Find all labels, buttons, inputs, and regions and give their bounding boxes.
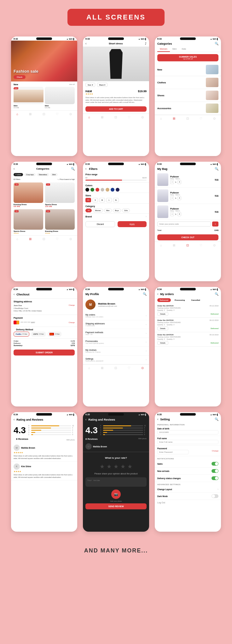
nav-home[interactable]: ⌂ [88,366,90,370]
filters-button[interactable]: ⊟ Filters [14,178,20,180]
nav-bag[interactable]: ⊡ [114,366,117,370]
star-3[interactable]: ★ [113,463,119,470]
color-black[interactable] [85,188,89,192]
nav-home[interactable]: ⌂ [160,117,162,120]
search-icon[interactable]: 🔍 [215,417,218,421]
tab-cancelled[interactable]: Cancelled [188,298,202,302]
view-all[interactable]: view all [69,83,75,86]
fedex-option[interactable]: FedEx 4-5 days [14,332,29,337]
nav-bag-icon[interactable]: ⊡ [43,112,45,116]
size-select[interactable]: Size ▾ [85,83,95,87]
search-icon[interactable]: 🔍 [143,292,147,296]
nav-heart[interactable]: ♡ [200,117,202,120]
menu-reviews[interactable]: My reviews Reviews for 4 items › [83,347,149,356]
menu-my-orders[interactable]: My orders Already have 12 orders › [83,311,149,320]
back-button[interactable]: ‹ [85,167,86,171]
cat-girls[interactable]: Girls [122,209,130,212]
nav-grid-icon[interactable]: ⊞ [29,112,32,116]
tab-processing[interactable]: Processing [172,298,187,302]
qty-decrease[interactable]: − [170,196,174,200]
share-icon[interactable]: ⤴ [145,42,147,45]
back-button[interactable]: ‹ [14,418,14,421]
chip-tshirts[interactable]: T-shirts [14,173,23,176]
size-xs[interactable]: XS [85,198,91,202]
qty-increase[interactable]: + [177,196,181,200]
nav-bag[interactable]: ⊡ [186,117,189,120]
size-xl[interactable]: XL [113,198,119,202]
discard-button[interactable]: Discard [85,221,115,227]
change-layout-row[interactable]: Change Layout › [155,486,221,493]
nav-heart[interactable]: ♡ [200,244,202,247]
search-icon[interactable]: 🔍 [71,167,75,171]
details-button[interactable]: Details [157,312,168,316]
cat-all[interactable]: All [85,209,92,212]
menu-promo[interactable]: Promocodes You have special promo › [83,338,149,347]
menu-shipping[interactable]: Shipping addresses 3 addresses › [83,320,149,329]
nav-home[interactable]: ⌂ [160,244,162,247]
chevron-right-icon[interactable]: › [146,215,147,218]
change-payment-button[interactable]: Change [69,322,75,323]
category-new[interactable]: New [155,63,221,76]
qty-decrease[interactable]: − [170,180,174,184]
add-photo-button[interactable]: 📷 [111,490,121,499]
checkout-button[interactable]: CHECK OUT [157,234,218,240]
logout-button[interactable]: Log Out [155,500,221,505]
promo-submit-button[interactable]: › [212,221,218,227]
size-m[interactable]: M [99,198,105,202]
add-to-cart-button[interactable]: ADD TO CART [85,106,147,112]
details-button[interactable]: Details [157,341,168,345]
star-5[interactable]: ★ [127,463,132,470]
check-button[interactable]: Check [14,75,26,79]
promo-input[interactable] [157,221,211,227]
list-item[interactable]: -8% Evening Dress ★★★★ [45,209,75,234]
nav-user-icon[interactable]: ⊙ [69,112,72,116]
size-l[interactable]: L [106,198,112,202]
apply-button[interactable]: Apply [118,221,147,227]
color-green[interactable] [90,188,94,192]
menu-payment[interactable]: Payment methods Visa **34 › [83,329,149,338]
tab-women[interactable]: Women [157,47,170,52]
qty-increase[interactable]: + [177,180,181,184]
submit-order-button[interactable]: SUBMIT ORDER [14,350,75,356]
back-button[interactable]: ‹ [157,292,158,296]
nav-user[interactable]: ⊙ [141,115,144,119]
star-2[interactable]: ★ [107,463,112,470]
category-accessories[interactable]: Accessories [155,102,221,115]
nav-grid[interactable]: ⊞ [101,115,103,119]
qty-increase[interactable]: + [177,212,181,216]
change-address-button[interactable]: Change [69,304,75,312]
star-4[interactable]: ★ [120,463,125,470]
color-select[interactable]: Black ▾ [97,83,108,87]
nav-user[interactable]: ⊙ [141,366,144,370]
nav-home[interactable]: ⌂ [88,115,90,119]
qty-decrease[interactable]: − [170,212,174,216]
tab-kids[interactable]: Kids [179,47,189,52]
nav-home[interactable]: ⌂ [16,237,18,241]
tab-delivered[interactable]: Delivered [157,298,171,302]
nav-grid[interactable]: ⊞ [29,237,32,241]
nav-heart-icon[interactable]: ♡ [56,112,59,116]
new-arrivals-toggle[interactable] [212,469,218,473]
dhl-option[interactable]: DHL 2-3 days [48,332,62,337]
hero-banner[interactable]: Fashion sale Check [11,41,77,81]
fullname-input[interactable] [157,440,218,444]
cat-women[interactable]: Women [93,209,103,212]
nav-user[interactable]: ⊙ [69,237,72,241]
nav-home-icon[interactable]: ⌂ [16,112,18,116]
chip-croptops[interactable]: Crop tops [24,173,36,176]
nav-user[interactable]: ⊙ [213,244,216,247]
back-button[interactable]: ‹ [14,167,14,171]
back-button[interactable]: ‹ [157,417,158,421]
nav-bag[interactable]: ⊡ [43,237,45,241]
nav-heart[interactable]: ♡ [128,366,130,370]
search-icon[interactable]: 🔍 [215,167,218,171]
list-item[interactable]: -5% Sports Dress 115 15$ [45,182,75,207]
password-input[interactable] [157,450,189,454]
back-button[interactable]: ‹ [85,418,86,421]
nav-grid[interactable]: ⊞ [101,366,103,370]
star-1[interactable]: ★ [100,463,105,470]
nav-bag[interactable]: ⊡ [186,244,189,247]
category-clothes[interactable]: Clothes [155,76,221,89]
size-s[interactable]: S [92,198,98,202]
review-input[interactable] [85,477,147,487]
